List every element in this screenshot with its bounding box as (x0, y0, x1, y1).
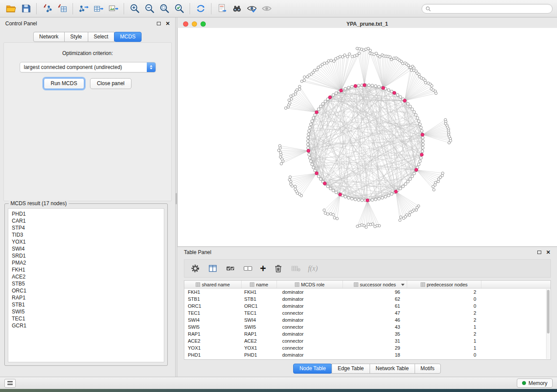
table-row[interactable]: YOX1YOX1connector291 (184, 344, 550, 351)
toolbar-separator (36, 3, 37, 14)
mcds-result-item[interactable]: SWI5 (8, 308, 164, 315)
table-row[interactable]: SWI5SWI5connector431 (184, 323, 550, 330)
mcds-result-list[interactable]: PHD1CAR1STP4TID3YOX1SWI4SRD1PMA2FKH1ACE2… (8, 208, 164, 362)
table-row[interactable]: PHD1PHD1dominator180 (184, 351, 550, 358)
float-panel-icon[interactable] (537, 251, 541, 254)
mcds-result-item[interactable]: SRD1 (8, 252, 164, 259)
float-panel-icon[interactable] (157, 22, 161, 25)
table-cell: ORC1 (184, 303, 242, 309)
table-row[interactable]: RAP1RAP1dominator352 (184, 330, 550, 337)
table-cell: ACE2 (184, 338, 242, 344)
hide-graphics-details-icon[interactable] (259, 2, 274, 15)
mcds-result-item[interactable]: ORC1 (8, 287, 164, 294)
delete-column-trash-icon[interactable] (273, 263, 284, 274)
column-header-successor-nodes[interactable]: successor nodes (343, 281, 407, 288)
table-cell: 1 (407, 324, 481, 330)
export-image-icon[interactable] (106, 2, 121, 15)
close-panel-icon[interactable]: ✕ (546, 250, 550, 255)
delete-table-icon (291, 263, 301, 274)
mcds-result-item[interactable]: STB1 (8, 301, 164, 308)
zoom-window-button[interactable] (201, 21, 206, 27)
table-cell: 2 (407, 331, 481, 337)
show-graphics-details-icon[interactable] (244, 2, 259, 15)
column-icon (354, 282, 358, 287)
column-header-name[interactable]: name (242, 281, 277, 288)
zoom-selected-icon[interactable] (172, 2, 187, 15)
open-file-icon[interactable] (3, 2, 18, 15)
column-header-mcds-role[interactable]: MCDS role (277, 281, 343, 288)
search-input[interactable] (433, 6, 549, 12)
close-panel-icon[interactable]: ✕ (166, 21, 170, 26)
table-cell: 2 (407, 289, 481, 295)
desktop-wallpaper (0, 389, 557, 392)
tab-motifs[interactable]: Motifs (415, 364, 441, 374)
mcds-result-item[interactable]: RAP1 (8, 294, 164, 301)
panel-menu-button[interactable] (4, 379, 16, 388)
select-all-columns-icon[interactable] (225, 263, 235, 274)
close-panel-button[interactable]: Close panel (90, 78, 131, 89)
scrollbar-thumb[interactable] (547, 290, 550, 334)
network-view-canvas[interactable] (177, 28, 557, 246)
mcds-result-item[interactable]: STP4 (8, 224, 164, 231)
dropdown-value: largest connected component (undirected) (24, 64, 122, 70)
network-window-title: YPA_prune.txt_1 (177, 21, 557, 27)
refresh-view-icon[interactable] (193, 2, 208, 15)
tab-style[interactable]: Style (64, 32, 88, 42)
table-scrollbar[interactable] (546, 289, 550, 359)
share-document-icon[interactable] (214, 2, 229, 15)
run-mcds-button[interactable]: Run MCDS (44, 78, 84, 89)
import-network-icon[interactable] (40, 2, 55, 15)
column-header-predecessor-nodes[interactable]: predecessor nodes (407, 281, 481, 288)
mcds-result-item[interactable]: ACE2 (8, 273, 164, 280)
tab-node-table[interactable]: Node Table (293, 364, 332, 374)
tab-select[interactable]: Select (88, 32, 114, 42)
table-row[interactable]: FKH1FKH1dominator962 (184, 289, 550, 296)
optimization-criterion-dropdown[interactable]: largest connected component (undirected) (20, 62, 156, 72)
mcds-result-item[interactable]: FKH1 (8, 266, 164, 273)
table-settings-gear-icon[interactable] (190, 263, 201, 274)
tab-edge-table[interactable]: Edge Table (332, 364, 370, 374)
minimize-window-button[interactable] (192, 21, 197, 27)
search-binoculars-icon[interactable] (229, 2, 244, 15)
chevron-down-icon[interactable] (401, 284, 405, 286)
mcds-result-item[interactable]: PMA2 (8, 259, 164, 266)
create-column-icon[interactable]: + (260, 264, 266, 273)
mcds-result-item[interactable]: STB5 (8, 280, 164, 287)
memory-label: Memory (529, 380, 547, 386)
mcds-result-groupbox: MCDS result (17 nodes) PHD1CAR1STP4TID3Y… (4, 203, 168, 366)
mcds-result-item[interactable]: TEC1 (8, 315, 164, 322)
zoom-out-icon[interactable] (142, 2, 157, 15)
network-graph[interactable] (178, 28, 557, 246)
tab-network[interactable]: Network (33, 32, 65, 42)
zoom-in-icon[interactable] (127, 2, 142, 15)
zoom-fit-icon[interactable] (157, 2, 172, 15)
table-toolbar: + f(x) (184, 259, 551, 278)
table-row[interactable]: ORC1ORC1dominator610 (184, 303, 550, 309)
column-header-shared-name[interactable]: shared name (184, 281, 242, 288)
mcds-result-item[interactable]: TID3 (8, 231, 164, 238)
memory-button[interactable]: Memory (517, 378, 553, 388)
tab-network-table[interactable]: Network Table (370, 364, 415, 374)
table-row[interactable]: TEC1TEC1connector472 (184, 309, 550, 316)
table-row[interactable]: SWI4SWI4dominator462 (184, 316, 550, 323)
search-field[interactable] (422, 4, 553, 14)
table-cell: 43 (343, 324, 407, 330)
deselect-all-columns-icon[interactable] (242, 263, 253, 274)
export-table-icon[interactable] (91, 2, 106, 15)
import-table-icon[interactable] (55, 2, 69, 15)
close-window-button[interactable] (183, 21, 188, 27)
save-session-icon[interactable] (18, 2, 33, 15)
mcds-result-item[interactable]: SWI4 (8, 245, 164, 252)
mcds-result-item[interactable]: CAR1 (8, 217, 164, 224)
tab-mcds[interactable]: MCDS (114, 32, 142, 42)
mcds-result-item[interactable]: GCR1 (8, 322, 164, 329)
table-row[interactable]: STB1STB1dominator620 (184, 296, 550, 303)
show-columns-icon[interactable] (208, 263, 218, 274)
table-panel: Table Panel ✕ + f(x) shared name (177, 247, 557, 377)
splitter-handle[interactable] (176, 193, 177, 204)
dropdown-stepper-icon (147, 62, 156, 72)
mcds-result-item[interactable]: PHD1 (8, 210, 164, 217)
mcds-result-item[interactable]: YOX1 (8, 238, 164, 245)
table-row[interactable]: ACE2ACE2connector311 (184, 337, 550, 344)
export-network-icon[interactable] (76, 2, 91, 15)
